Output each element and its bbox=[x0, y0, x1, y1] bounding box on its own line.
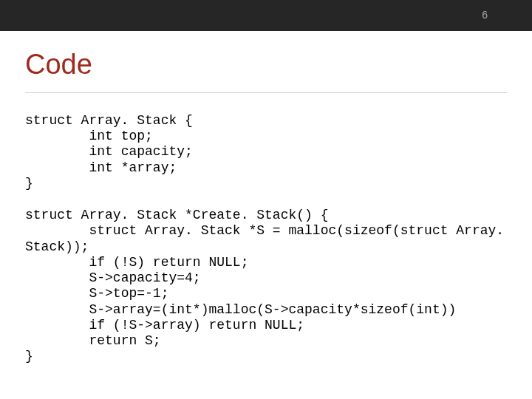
top-bar: 6 bbox=[0, 0, 532, 31]
page-number: 6 bbox=[482, 9, 488, 21]
code-gap bbox=[25, 191, 513, 208]
slide: 6 Code struct Array. Stack { int top; in… bbox=[0, 0, 532, 399]
code-create-function: struct Array. Stack *Create. Stack() { s… bbox=[25, 208, 513, 364]
code-struct-definition: struct Array. Stack { int top; int capac… bbox=[25, 113, 513, 191]
slide-title: Code bbox=[0, 31, 532, 81]
title-divider bbox=[25, 92, 507, 93]
code-area: struct Array. Stack { int top; int capac… bbox=[25, 113, 513, 365]
